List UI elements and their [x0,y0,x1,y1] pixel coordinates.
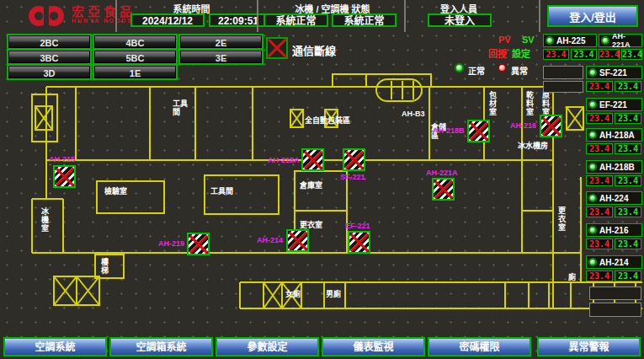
comm-loss-label: 通信斷線 [292,42,336,58]
floor-button-1e[interactable]: 1E [94,66,176,78]
unit-pv: 23.4 [586,206,613,217]
device-label: SF-221 [340,173,365,181]
empty-tile [543,66,583,79]
unit-pv: 23.4 [586,81,613,92]
menu-meters-button[interactable]: 儀表監視 [322,337,425,356]
unit-tile[interactable]: AH-225 [543,34,597,47]
unit-sv: 23.4 [621,49,642,60]
unit-name: AH-218A [599,131,635,140]
unit-name: AH-224 [599,194,628,203]
abnormal-led-icon [498,63,507,72]
room-label: 倉庫室 [300,181,322,190]
unit-pv: 23.4 [586,238,613,249]
unit-pv: 23.4 [543,49,569,60]
device-marker[interactable] [432,178,455,201]
unit-name: SF-221 [599,68,627,78]
room-label: 樓梯 [101,258,111,275]
menu-alarm-button[interactable]: 異常警報 [537,337,641,356]
floor-button-3d[interactable]: 3D [8,66,90,78]
device-marker[interactable] [286,229,309,252]
unit-status-led [588,131,597,139]
device-label: AH-215 [49,155,75,163]
unit-tile[interactable]: SF-221 [586,66,642,79]
unit-tile[interactable]: AH-221A [599,34,642,47]
room-label: 原料室 [541,91,550,116]
comm-loss-icon [266,37,288,59]
room-label: 更衣室 [300,221,322,229]
room-label: 工具間 [210,187,233,196]
floor-button-3e[interactable]: 3E [180,51,262,63]
hmi-screen: 工具間 全自動包裝區 AH-B3 倉儲區 檢驗室 工具間 倉庫室 更衣室 樓梯 … [0,0,644,359]
top-bar: 宏亞食品 HUNYA FOODS 系統時間 2024/12/12 22:09:5… [0,0,644,32]
device-marker[interactable] [467,120,490,142]
unit-tile[interactable]: AH-218B [586,160,642,174]
menu-ahu-system-button[interactable]: 空調箱系統 [109,337,213,356]
menu-password-button[interactable]: 密碼權限 [428,337,531,356]
unit-tile[interactable]: AH-218A [586,128,642,142]
unit-name: EF-221 [599,100,627,110]
login-logout-button[interactable]: 登入/登出 [547,5,638,27]
normal-label: 正常 [468,64,485,77]
device-label: AH-221A [426,169,458,177]
sv-header: SV [522,35,535,45]
empty-tile [589,303,641,317]
unit-name: AH-214 [599,258,628,267]
unit-sv: 23.4 [615,143,641,154]
unit-sv: 23.4 [615,113,641,124]
unit-tile[interactable]: AH-224 [586,191,642,205]
pv-desc: 回授 [488,46,507,60]
room-label: 包材室 [488,91,497,116]
unit-status-led [588,163,597,171]
unit-tile[interactable]: AH-214 [586,255,642,269]
floor-button-3bc[interactable]: 3BC [8,51,90,63]
unit-sv: 23.4 [615,206,641,217]
floor-button-2e[interactable]: 2E [180,35,262,48]
unit-pv: 23.4 [586,175,613,186]
brand-name-en: HUNYA FOODS [72,18,136,24]
device-marker[interactable] [187,233,210,255]
room-label: 檢驗室 [104,187,127,196]
floor-button-2bc[interactable]: 2BC [8,35,90,48]
pv-header: PV [498,35,511,45]
device-label: AH-216 [510,121,536,130]
empty-tile [543,81,583,93]
unit-tile[interactable]: EF-221 [586,98,642,111]
device-label: AH-218A [268,156,300,164]
menu-parameters-button[interactable]: 參數設定 [216,337,319,356]
room-label: 更衣室 [557,206,566,232]
unit-status-led [588,100,597,109]
chiller-status-value: 系統正常 [263,13,328,27]
device-marker[interactable] [53,165,76,188]
floor-button-4bc[interactable]: 4BC [94,35,176,48]
ahu-status-value: 系統正常 [332,13,397,27]
unit-sv: 23.4 [615,81,641,92]
unit-pv: 23.4 [599,49,620,60]
device-marker[interactable] [343,148,365,171]
unit-sv: 23.4 [571,49,597,60]
system-date-value: 2024/12/12 [130,13,205,27]
unit-pv: 23.4 [586,143,613,154]
unit-tile[interactable]: AH-216 [586,223,642,237]
unit-pv: 23.4 [586,113,613,124]
hunya-logo-icon [27,3,66,29]
unit-name: AH-216 [599,226,628,235]
menu-ac-system-button[interactable]: 空調系統 [3,337,107,356]
floor-button-5bc[interactable]: 5BC [94,51,176,63]
room-label: 全自動包裝區 [305,116,350,125]
login-status-value: 未登入 [428,13,492,27]
room-label: 乾料室 [525,91,534,116]
device-marker[interactable] [348,231,370,254]
abnormal-label: 異常 [511,64,528,77]
device-marker[interactable] [540,115,562,137]
device-marker[interactable] [301,148,324,171]
unit-status-led [588,68,597,77]
room-label: 女廁 [285,290,301,298]
unit-pv: 23.4 [586,271,613,281]
unit-status-led [546,36,554,45]
unit-sv: 23.4 [615,271,641,281]
empty-tile [589,287,641,300]
unit-name: AH-221A [612,32,641,49]
device-label: AH-219 [158,239,184,248]
unit-status-led [601,36,609,45]
room-label: 冰水機房 [518,142,548,150]
